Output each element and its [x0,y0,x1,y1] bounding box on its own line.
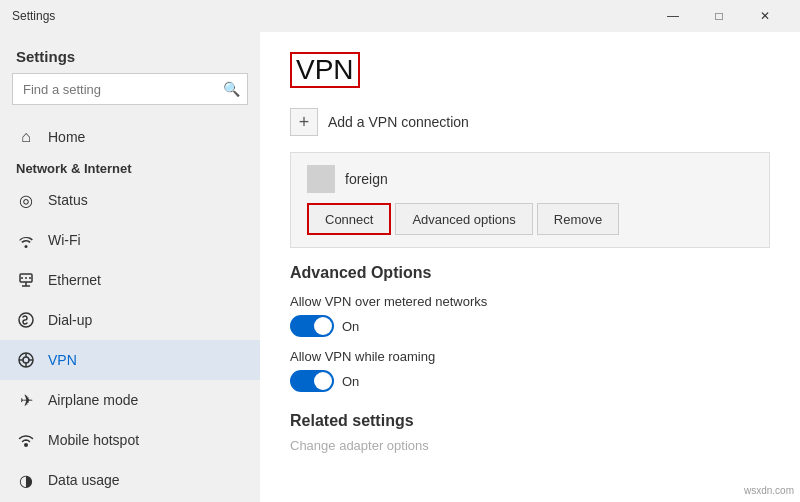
sidebar-item-label: Data usage [48,472,120,488]
advanced-options-title: Advanced Options [290,264,770,282]
sidebar-item-label: Dial-up [48,312,92,328]
sidebar-item-hotspot[interactable]: Mobile hotspot [0,420,260,460]
sidebar-item-label: Ethernet [48,272,101,288]
sidebar-item-label: Airplane mode [48,392,138,408]
related-settings-title: Related settings [290,412,770,430]
sidebar-item-label: VPN [48,352,77,368]
toggle-metered-row: Allow VPN over metered networks On [290,294,770,337]
sidebar-item-data[interactable]: ◑ Data usage [0,460,260,500]
wifi-icon [16,230,36,250]
home-icon: ⌂ [16,127,36,147]
change-adapter-link[interactable]: Change adapter options [290,438,770,453]
sidebar-item-vpn[interactable]: VPN [0,340,260,380]
toggle-metered[interactable] [290,315,334,337]
remove-button[interactable]: Remove [537,203,619,235]
vpn-name: foreign [345,171,388,187]
sidebar-item-airplane[interactable]: ✈ Airplane mode [0,380,260,420]
toggle-roaming-state: On [342,374,359,389]
toggle-roaming-label: Allow VPN while roaming [290,349,770,364]
search-box[interactable]: 🔍 [12,73,248,105]
sidebar: Settings 🔍 ⌂ Home Network & Internet ◎ S… [0,32,260,502]
sidebar-item-label: Wi-Fi [48,232,81,248]
toggle-metered-state: On [342,319,359,334]
ethernet-icon [16,270,36,290]
sidebar-item-ethernet[interactable]: Ethernet [0,260,260,300]
title-bar: Settings — □ ✕ [0,0,800,32]
main-content: VPN + Add a VPN connection foreign Conne… [260,32,800,502]
title-bar-text: Settings [12,9,650,23]
title-bar-controls: — □ ✕ [650,0,788,32]
toggle-roaming[interactable] [290,370,334,392]
sidebar-header: Settings [0,32,260,73]
toggle-metered-label: Allow VPN over metered networks [290,294,770,309]
vpn-icon [16,350,36,370]
toggle-metered-control: On [290,315,770,337]
minimize-button[interactable]: — [650,0,696,32]
airplane-icon: ✈ [16,390,36,410]
vpn-connection-card: foreign Connect Advanced options Remove [290,152,770,248]
settings-window: Settings — □ ✕ Settings 🔍 ⌂ Home Network… [0,0,800,502]
toggle-roaming-row: Allow VPN while roaming On [290,349,770,392]
add-vpn-row[interactable]: + Add a VPN connection [290,108,770,136]
close-button[interactable]: ✕ [742,0,788,32]
vpn-connection-icon [307,165,335,193]
data-icon: ◑ [16,470,36,490]
vpn-buttons: Connect Advanced options Remove [307,203,753,235]
sidebar-item-label: Mobile hotspot [48,432,139,448]
sidebar-item-dialup[interactable]: Dial-up [0,300,260,340]
advanced-options-button[interactable]: Advanced options [395,203,532,235]
sidebar-item-label: Status [48,192,88,208]
search-input[interactable] [12,73,248,105]
watermark: wsxdn.com [744,485,794,496]
content-area: Settings 🔍 ⌂ Home Network & Internet ◎ S… [0,32,800,502]
sidebar-item-label: Home [48,129,85,145]
sidebar-item-home[interactable]: ⌂ Home [0,117,260,157]
status-icon: ◎ [16,190,36,210]
search-icon: 🔍 [223,81,240,97]
page-title: VPN [290,52,360,88]
connect-button[interactable]: Connect [307,203,391,235]
svg-point-8 [23,357,29,363]
sidebar-item-status[interactable]: ◎ Status [0,180,260,220]
hotspot-icon [16,430,36,450]
toggle-roaming-control: On [290,370,770,392]
add-vpn-label: Add a VPN connection [328,114,469,130]
sidebar-section-label: Network & Internet [0,157,260,180]
add-vpn-icon: + [290,108,318,136]
maximize-button[interactable]: □ [696,0,742,32]
sidebar-item-wifi[interactable]: Wi-Fi [0,220,260,260]
dialup-icon [16,310,36,330]
vpn-connection-name: foreign [307,165,753,193]
